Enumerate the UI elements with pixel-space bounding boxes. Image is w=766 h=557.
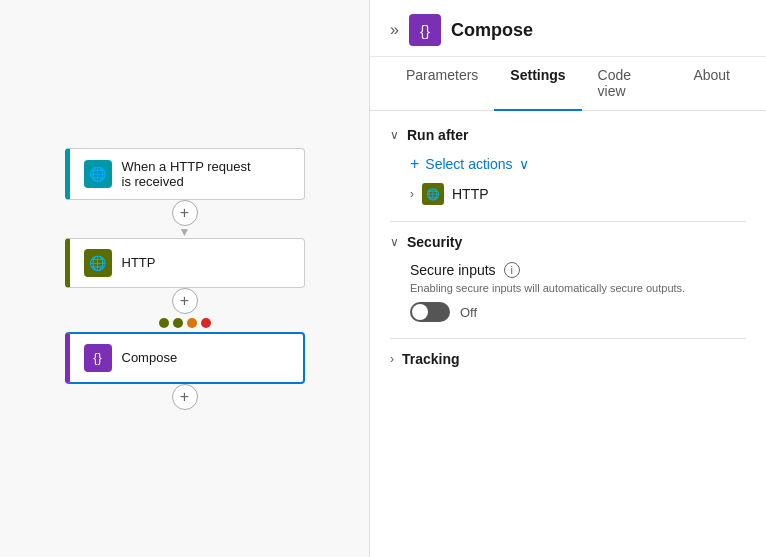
toggle-row: Off: [410, 302, 746, 322]
tabs-bar: Parameters Settings Code view About: [370, 57, 766, 111]
arrow-1: ▼: [179, 226, 191, 238]
panel-content: ∨ Run after + Select actions ∨ › 🌐 HTTP …: [370, 111, 766, 557]
tab-about[interactable]: About: [677, 57, 746, 111]
http-request-label: When a HTTP requestis received: [122, 159, 251, 189]
tab-settings[interactable]: Settings: [494, 57, 581, 111]
panel-header: » {} Compose: [370, 0, 766, 57]
run-after-chevron: ∨: [390, 128, 399, 142]
toggle-thumb: [412, 304, 428, 320]
add-step-2[interactable]: +: [172, 288, 198, 314]
divider-1: [390, 221, 746, 222]
dot-green: [159, 318, 169, 328]
add-step-1[interactable]: +: [172, 200, 198, 226]
tracking-title: Tracking: [402, 351, 460, 367]
dot-orange: [187, 318, 197, 328]
http-request-node[interactable]: 🌐 When a HTTP requestis received: [65, 148, 305, 200]
panel-title: Compose: [451, 20, 533, 41]
security-chevron: ∨: [390, 235, 399, 249]
select-actions-row[interactable]: + Select actions ∨: [410, 155, 746, 173]
tab-code-view[interactable]: Code view: [582, 57, 678, 111]
secure-inputs-label: Secure inputs: [410, 262, 496, 278]
select-actions-label: Select actions: [425, 156, 512, 172]
tab-parameters[interactable]: Parameters: [390, 57, 494, 111]
http-mini-icon: 🌐: [422, 183, 444, 205]
status-dots: [159, 318, 211, 328]
flow-canvas: 🌐 When a HTTP requestis received + ▼ 🌐 H…: [0, 0, 370, 557]
select-actions-chevron: ∨: [519, 156, 529, 172]
secure-hint: Enabling secure inputs will automaticall…: [410, 282, 746, 294]
http-run-after-label: HTTP: [452, 186, 489, 202]
security-title: Security: [407, 234, 462, 250]
toggle-off-label: Off: [460, 305, 477, 320]
divider-2: [390, 338, 746, 339]
add-step-3[interactable]: +: [172, 384, 198, 410]
connector-3: +: [172, 384, 198, 410]
connector-1: + ▼: [172, 200, 198, 238]
info-icon[interactable]: i: [504, 262, 520, 278]
run-after-title: Run after: [407, 127, 468, 143]
run-after-header[interactable]: ∨ Run after: [390, 127, 746, 143]
tracking-chevron: ›: [390, 352, 394, 366]
compose-panel-icon: {}: [409, 14, 441, 46]
http-request-icon: 🌐: [84, 160, 112, 188]
compose-label: Compose: [122, 350, 178, 365]
tracking-section: › Tracking: [390, 351, 746, 367]
dot-green-2: [173, 318, 183, 328]
flow-nodes: 🌐 When a HTTP requestis received + ▼ 🌐 H…: [65, 148, 305, 410]
http-node[interactable]: 🌐 HTTP: [65, 238, 305, 288]
right-panel: » {} Compose Parameters Settings Code vi…: [370, 0, 766, 557]
http-run-after-row[interactable]: › 🌐 HTTP: [410, 183, 746, 205]
security-section: ∨ Security Secure inputs i Enabling secu…: [390, 234, 746, 322]
http-label: HTTP: [122, 255, 156, 270]
tracking-header[interactable]: › Tracking: [390, 351, 746, 367]
compose-node[interactable]: {} Compose: [65, 332, 305, 384]
collapse-button[interactable]: »: [390, 21, 399, 39]
http-expand-chevron: ›: [410, 187, 414, 201]
connector-2: +: [172, 288, 198, 314]
compose-icon: {}: [84, 344, 112, 372]
run-after-section: ∨ Run after + Select actions ∨ › 🌐 HTTP: [390, 127, 746, 205]
select-actions-plus: +: [410, 155, 419, 173]
secure-inputs-toggle[interactable]: [410, 302, 450, 322]
secure-inputs-row: Secure inputs i: [410, 262, 746, 278]
http-icon: 🌐: [84, 249, 112, 277]
dot-red: [201, 318, 211, 328]
security-header[interactable]: ∨ Security: [390, 234, 746, 250]
